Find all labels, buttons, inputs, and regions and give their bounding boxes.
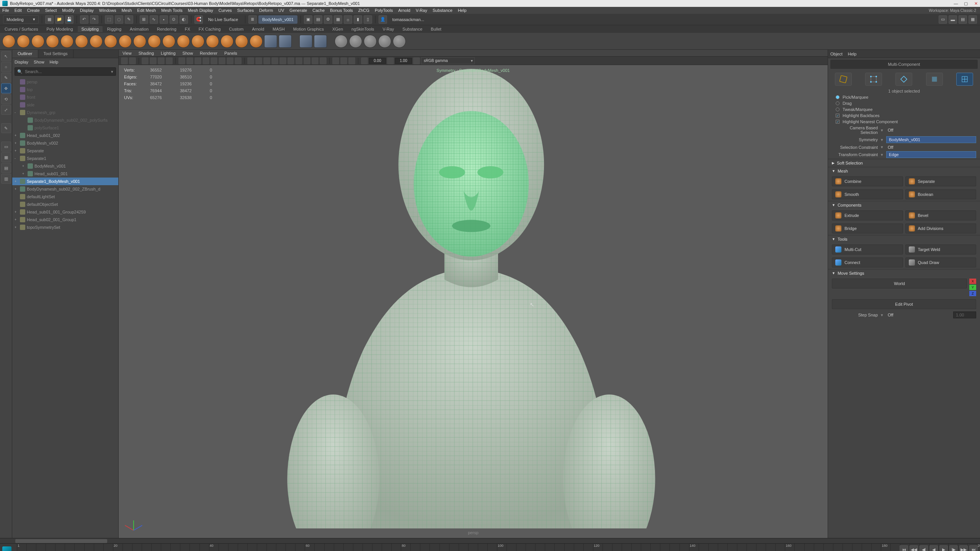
cam-sel-value[interactable]: Off (888, 128, 893, 132)
snap-view-icon[interactable]: ◐ (180, 15, 188, 24)
menu-meshdisplay[interactable]: Mesh Display (188, 8, 213, 13)
step-snap-field[interactable]: 1.00 (953, 311, 976, 318)
shelf-tab-vray[interactable]: V-Ray (379, 26, 398, 32)
outliner-item-head-sub01-002[interactable]: +Head_sub01_002 (12, 132, 118, 139)
menu-uv[interactable]: UV (278, 8, 284, 13)
sculpt-brush-13-icon[interactable] (177, 35, 190, 48)
live-surface-icon[interactable]: 🧲 (194, 15, 203, 24)
step-back-button[interactable]: ◀◀ (910, 545, 918, 551)
menu-modify[interactable]: Modify (62, 8, 74, 13)
sculpt-gray-4-icon[interactable] (378, 35, 391, 48)
sculpt-brush-3-icon[interactable] (31, 35, 44, 48)
vp-tool-6-icon[interactable] (166, 57, 173, 64)
edit-pivot-button[interactable]: Edit Pivot (832, 299, 976, 309)
vp-tool-27-icon[interactable] (348, 57, 355, 64)
outliner-item-top[interactable]: top (12, 86, 118, 93)
extrude-button[interactable]: Extrude (832, 210, 903, 220)
vp-tool-18-icon[interactable] (271, 57, 278, 64)
move-settings-header[interactable]: Move Settings (838, 271, 864, 276)
shelf-tab-animation[interactable]: Animation (126, 26, 152, 32)
snap-center-icon[interactable]: ⊙ (170, 15, 178, 24)
vp-tool-19-icon[interactable] (279, 57, 286, 64)
go-start-button[interactable]: ⏮ (900, 545, 908, 551)
tweak-radio[interactable] (836, 108, 840, 111)
menu-surfaces[interactable]: Surfaces (237, 8, 254, 13)
layout-3-icon[interactable]: ▤ (959, 15, 967, 24)
vp-menu-panels[interactable]: Panels (224, 51, 237, 55)
tools-header[interactable]: Tools (838, 237, 848, 241)
outliner-item-head-sub01-001-group24259[interactable]: +Head_sub01_001_Group24259 (12, 208, 118, 216)
lasso-tool-btn[interactable]: ○ (1, 62, 11, 72)
right-tab-object[interactable]: Object (830, 52, 843, 56)
menu-windows[interactable]: Windows (99, 8, 116, 13)
outliner-search[interactable]: 🔍 Search... ▾ (15, 67, 116, 76)
vp-tool-15-icon[interactable] (247, 57, 254, 64)
outliner-item-separate1-bodymesh-v001[interactable]: +Separate1_BodyMesh_v001 (12, 178, 118, 185)
live-surface-label[interactable]: No Live Surface (204, 15, 242, 24)
play-back-button[interactable]: ◀ (929, 545, 938, 551)
components-header[interactable]: Components (838, 203, 861, 207)
multicut-button[interactable]: Multi-Cut (832, 245, 903, 254)
paint-tool-btn[interactable]: ✎ (1, 73, 11, 83)
vp-tool-16-icon[interactable] (255, 57, 262, 64)
shelf-tab-fxcache[interactable]: FX Caching (195, 26, 224, 32)
last-tool-btn[interactable]: ✎ (1, 123, 11, 133)
outliner-item-bodydynamesh-sub02-002-zbrush-d[interactable]: +BodyDynamesh_sub02_002_ZBrush_d (12, 185, 118, 193)
vp-tool-5-icon[interactable] (158, 57, 165, 64)
sculpt-brush-5-icon[interactable] (60, 35, 74, 48)
layout-2-icon[interactable]: ▬ (949, 15, 957, 24)
components-arrow-icon[interactable]: ▼ (832, 203, 835, 207)
add-divisions-button[interactable]: Add Divisions (905, 223, 977, 233)
select-tool-icon[interactable]: ⬚ (105, 15, 113, 24)
layout-single-btn[interactable]: ▭ (1, 142, 11, 152)
menu-file[interactable]: File (2, 8, 9, 13)
menu-edit[interactable]: Edit (15, 8, 22, 13)
sculpt-brush-4-icon[interactable] (46, 35, 59, 48)
sculpt-brush-16-icon[interactable] (220, 35, 234, 48)
vp-gamma-field[interactable]: 1.00 (395, 58, 412, 64)
sculpt-tool-2-icon[interactable] (279, 35, 292, 48)
shelf-tab-mash[interactable]: MASH (269, 26, 289, 32)
vp-colorspace-dropdown[interactable]: sRGB gamma (421, 57, 475, 64)
outliner-menu-display[interactable]: Display (15, 60, 28, 64)
play-fwd-button[interactable]: ▶ (939, 545, 948, 551)
selected-object-pill[interactable]: BodyMesh_v001 (258, 15, 297, 24)
shelf-tab-bullet[interactable]: Bullet (427, 26, 445, 32)
workspace-label[interactable]: Workspace: Maya Classic-2 (929, 8, 976, 13)
menu-substance[interactable]: Substance (433, 8, 452, 13)
sculpt-brush-9-icon[interactable] (119, 35, 132, 48)
menu-curves[interactable]: Curves (219, 8, 232, 13)
outliner-item-dynamesh-grp[interactable]: -Dynamesh_grp (12, 109, 118, 116)
vp-tool-14-icon[interactable] (235, 57, 242, 64)
vp-tool-23-icon[interactable] (312, 57, 318, 64)
menu-help[interactable]: Help (458, 8, 467, 13)
multi-component-button[interactable]: Multi-Component (830, 60, 978, 69)
vp-tool-13-icon[interactable] (227, 57, 234, 64)
vertex-mode-button[interactable] (865, 73, 882, 86)
sculpt-gray-3-icon[interactable] (364, 35, 377, 48)
sculpt-brush-14-icon[interactable] (191, 35, 204, 48)
combine-button[interactable]: Combine (832, 176, 903, 186)
outliner-item-bodymesh-v001[interactable]: +BodyMesh_v001 (12, 162, 118, 170)
tool-settings-tab[interactable]: Tool Settings (38, 50, 74, 58)
redo-icon[interactable]: ↷ (90, 15, 98, 24)
menu-cache[interactable]: Cache (312, 8, 325, 13)
vp-tool-11-icon[interactable] (211, 57, 217, 64)
mode-dropdown[interactable]: Modeling▾ (3, 15, 39, 24)
mesh-header[interactable]: Mesh (838, 169, 848, 173)
axis-y-button[interactable]: Y (969, 285, 976, 290)
vp-tool-26-icon[interactable] (340, 57, 347, 64)
menu-deform[interactable]: Deform (259, 8, 273, 13)
move-settings-arrow-icon[interactable]: ▼ (832, 271, 835, 275)
outliner-item-toposymmetryset[interactable]: +topoSymmetrySet (12, 223, 118, 231)
vp-tool-8-icon[interactable] (186, 57, 193, 64)
tr-constraint-value[interactable]: Edge (886, 151, 976, 158)
panel2-icon[interactable]: ▯ (364, 15, 372, 24)
render-icon[interactable]: ▣ (304, 15, 312, 24)
close-button[interactable]: ✕ (973, 1, 978, 6)
save-scene-icon[interactable]: 💾 (65, 15, 74, 24)
layout-four-btn[interactable]: ▦ (1, 152, 11, 162)
maximize-button[interactable]: ▢ (963, 1, 969, 6)
vp-tool-25-icon[interactable] (332, 57, 339, 64)
shelf-tab-sculpting[interactable]: Sculpting (78, 26, 103, 32)
